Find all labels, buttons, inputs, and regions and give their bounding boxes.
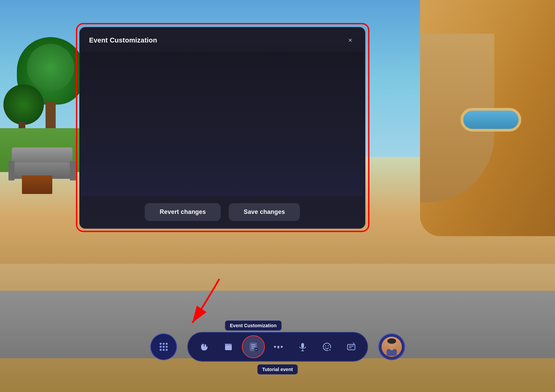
svg-point-21	[328, 345, 329, 346]
apps-grid-button[interactable]	[150, 333, 177, 360]
tutorial-event-label: Tutorial event	[257, 364, 298, 374]
modal-close-button[interactable]: ×	[345, 35, 356, 46]
avatar-image	[382, 337, 402, 357]
main-toolbar: Event Customization	[187, 332, 368, 362]
modal-content-area	[81, 52, 364, 196]
save-changes-button[interactable]: Save changes	[229, 203, 300, 221]
svg-rect-31	[390, 347, 393, 350]
coffee-table	[22, 175, 52, 194]
more-icon	[274, 345, 283, 349]
event-customization-icon	[248, 341, 259, 352]
microphone-button[interactable]	[292, 336, 313, 358]
emoji-icon	[322, 342, 332, 352]
user-avatar[interactable]	[378, 333, 405, 360]
toolbar-container: Event Customization	[0, 332, 555, 362]
svg-point-20	[325, 345, 326, 346]
svg-rect-26	[349, 346, 354, 346]
svg-point-15	[281, 346, 283, 348]
tree2-foliage	[3, 84, 44, 125]
share-card-button[interactable]	[340, 336, 362, 358]
modal-title: Event Customization	[89, 36, 157, 44]
svg-point-29	[387, 338, 396, 344]
modal-event-customization: Event Customization × Revert changes Sav…	[79, 27, 365, 229]
more-options-button[interactable]	[268, 336, 289, 358]
svg-rect-25	[348, 344, 355, 350]
emoji-button[interactable]	[316, 336, 338, 358]
svg-rect-1	[225, 345, 232, 350]
clapperboard-button[interactable]	[218, 336, 239, 358]
close-icon: ×	[348, 36, 352, 44]
revert-changes-button[interactable]: Revert changes	[145, 203, 221, 221]
grid-icon	[160, 343, 168, 351]
svg-point-13	[274, 346, 276, 348]
modal-footer: Revert changes Save changes	[80, 196, 365, 228]
pool	[461, 108, 521, 132]
clapperboard-icon	[223, 342, 233, 352]
share-card-icon	[346, 342, 356, 352]
modal-header: Event Customization ×	[80, 27, 365, 52]
event-customization-button-wrapper: Event Customization	[242, 335, 265, 358]
svg-rect-16	[301, 343, 304, 348]
hand-icon	[199, 342, 209, 352]
svg-rect-27	[349, 347, 352, 348]
microphone-icon	[298, 342, 307, 352]
tree-foliage-inner	[27, 44, 74, 91]
hand-icon-button[interactable]	[193, 336, 215, 358]
event-customization-button[interactable]	[242, 335, 265, 358]
